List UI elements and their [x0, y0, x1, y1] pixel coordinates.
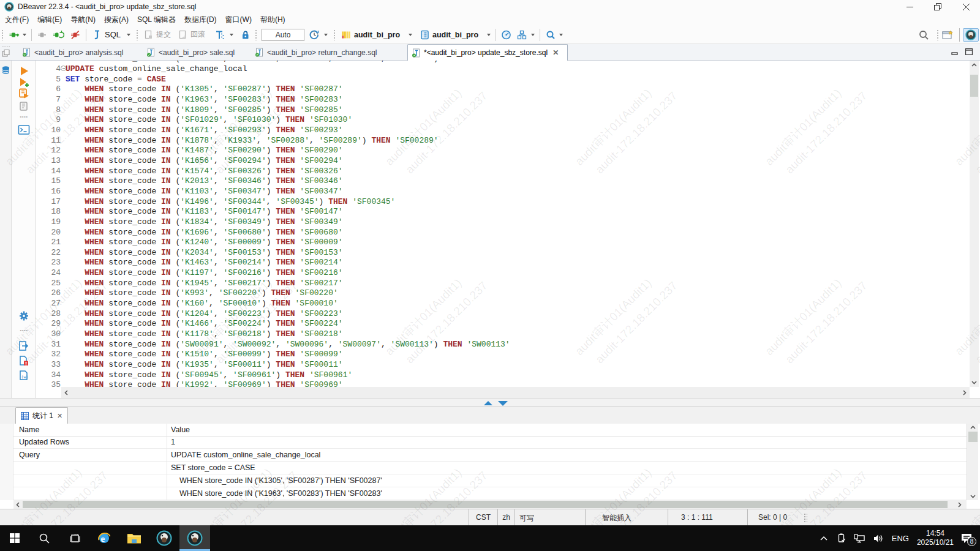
sash-expand-icon[interactable] — [484, 401, 492, 405]
sql-file-icon — [412, 48, 420, 58]
grid-row-0[interactable]: Updated Rows1 — [13, 436, 967, 449]
editor-horizontal-scrollbar[interactable] — [61, 387, 970, 398]
internet-explorer-icon[interactable]: e — [89, 525, 119, 551]
explain-plan-button[interactable] — [18, 101, 30, 112]
grid-col-name[interactable]: Name — [13, 424, 167, 436]
task-view-button[interactable] — [60, 525, 89, 551]
close-button[interactable] — [952, 0, 980, 13]
execute-statement-button[interactable] — [18, 66, 30, 77]
dbeaver-taskbar-icon-active[interactable] — [180, 525, 209, 551]
grid-row-1[interactable]: QueryUPDATE custom_online_sale_change_lo… — [13, 449, 967, 462]
input-language[interactable]: ENG — [892, 534, 909, 543]
close-tab-icon[interactable]: ✕ — [57, 412, 62, 420]
quick-access-search-icon[interactable] — [918, 29, 929, 40]
rollback-button[interactable]: 回滚 — [178, 28, 205, 42]
file-explorer-icon[interactable] — [119, 525, 149, 551]
minimize-view-icon[interactable] — [951, 48, 959, 55]
settings-gear-icon[interactable] — [18, 310, 30, 321]
status-grip — [804, 513, 807, 522]
menu-item-4[interactable]: SQL 编辑器 — [137, 15, 176, 25]
svg-text:(w): (w) — [21, 375, 29, 380]
transaction-log-button[interactable] — [309, 28, 328, 42]
scrollbar-thumb[interactable] — [970, 75, 978, 97]
dashboard-button[interactable] — [501, 28, 511, 42]
toolbar-grip: •••• — [18, 328, 30, 339]
disconnect-all-button[interactable] — [70, 28, 80, 42]
active-schema-select[interactable]: audit_bi_pro — [420, 28, 491, 42]
new-connection-button[interactable] — [9, 28, 26, 42]
execute-new-tab-button[interactable] — [18, 77, 30, 88]
minimize-button[interactable] — [895, 0, 924, 13]
toolbar-grip — [1, 29, 4, 40]
grid-row-2[interactable]: SET store_code = CASE — [13, 462, 967, 474]
reconnect-button[interactable] — [53, 28, 64, 42]
taskbar-search-button[interactable] — [29, 525, 59, 551]
open-perspective-icon[interactable] — [942, 30, 954, 40]
grid-col-value[interactable]: Value — [167, 424, 190, 436]
volume-icon[interactable] — [873, 534, 883, 543]
maximize-view-icon[interactable] — [965, 48, 973, 55]
editor-tab-1[interactable]: <audit_bi_pro> sale.sql — [143, 44, 243, 61]
lock-icon[interactable] — [241, 28, 250, 42]
editor-vertical-scrollbar[interactable] — [970, 61, 979, 387]
editor-tab-2[interactable]: <audit_bi_pro> return_change.sql — [251, 44, 385, 61]
export-result-button[interactable] — [18, 340, 30, 351]
transaction-mode-button[interactable] — [215, 28, 233, 42]
schema-name: audit_bi_pro — [432, 31, 478, 39]
tasks-button[interactable] — [517, 28, 535, 42]
results-tab-label: 统计 1 — [32, 411, 53, 421]
validate-file-button[interactable] — [18, 355, 30, 366]
menu-item-0[interactable]: 文件(F) — [5, 15, 29, 25]
grid-row-3[interactable]: WHEN store_code IN ('K1305', 'SF00287') … — [13, 474, 967, 487]
menu-item-2[interactable]: 导航(N) — [70, 15, 96, 25]
code-area[interactable]: WHEN store_code IN ('SW00081', 'SW00082'… — [66, 61, 510, 391]
database-navigator-icon[interactable] — [1, 66, 10, 75]
menu-bar: 文件(F)编辑(E)导航(N)搜索(A)SQL 编辑器数据库(D)窗口(W)帮助… — [0, 13, 980, 26]
dbeaver-logo-icon — [4, 2, 14, 12]
grid-row-4[interactable]: WHEN store_code IN ('K1963', 'SF00283') … — [13, 487, 967, 500]
menu-item-5[interactable]: 数据库(D) — [184, 15, 217, 25]
menu-item-6[interactable]: 窗口(W) — [225, 15, 252, 25]
restore-button[interactable] — [924, 0, 952, 13]
editor-tab-3[interactable]: *<audit_bi_pro> update_sbz_store.sql✕ — [407, 44, 568, 61]
editor-list-icon[interactable] — [2, 50, 10, 57]
toolbar-grip: •••• — [18, 114, 30, 125]
usb-device-icon[interactable] — [837, 533, 845, 543]
network-icon[interactable] — [854, 534, 865, 543]
sql-editor[interactable]: 3456789101112131415161718192021222324252… — [0, 61, 980, 398]
sql-console-button[interactable] — [18, 124, 30, 135]
close-tab-icon[interactable]: ✕ — [552, 48, 559, 57]
tray-expand-icon[interactable] — [820, 536, 827, 541]
panel-sash[interactable] — [0, 398, 980, 407]
commit-mode-select[interactable]: Auto — [262, 29, 304, 41]
execute-script-button[interactable] — [18, 88, 30, 99]
menu-item-1[interactable]: 编辑(E) — [37, 15, 62, 25]
statistics-grid[interactable]: NameValueUpdated Rows1QueryUPDATE custom… — [0, 424, 980, 509]
sql-editor-button[interactable]: SQL — [92, 28, 130, 42]
menu-item-3[interactable]: 搜索(A) — [104, 15, 129, 25]
grid-horizontal-scrollbar[interactable] — [13, 500, 967, 509]
editor-tab-0[interactable]: <audit_bi_pro> analysis.sql — [18, 44, 132, 61]
grid-vertical-scrollbar[interactable] — [967, 424, 978, 500]
disconnect-button[interactable] — [37, 28, 47, 42]
dbeaver-perspective-button[interactable] — [963, 28, 979, 42]
minimized-view-strip — [0, 61, 12, 398]
output-console-button[interactable]: (w) — [18, 370, 30, 381]
dbeaver-taskbar-icon[interactable] — [149, 525, 179, 551]
status-language: zh — [497, 509, 514, 526]
commit-button[interactable]: 提交 — [144, 28, 171, 42]
start-button[interactable] — [0, 525, 29, 551]
fold-collapse-icon[interactable] — [61, 66, 66, 71]
rollback-label: 回滚 — [190, 29, 205, 40]
menu-item-7[interactable]: 帮助(H) — [260, 15, 285, 25]
title-bar: DBeaver 22.3.4 - <audit_bi_pro> update_s… — [0, 0, 980, 13]
sash-collapse-icon[interactable] — [498, 401, 508, 406]
search-button[interactable] — [546, 28, 563, 42]
status-cursor-position[interactable]: 3 : 1 : 111 — [668, 509, 747, 526]
active-connection-select[interactable]: audit_bi_pro — [341, 28, 412, 42]
taskbar-clock[interactable]: 14:54 2025/10/21 — [917, 529, 954, 547]
scrollbar-thumb[interactable] — [968, 432, 978, 442]
action-center-icon[interactable]: 8 — [960, 533, 973, 544]
tab-statistics[interactable]: 统计 1 ✕ — [15, 407, 68, 424]
scrollbar-thumb[interactable] — [23, 501, 948, 508]
